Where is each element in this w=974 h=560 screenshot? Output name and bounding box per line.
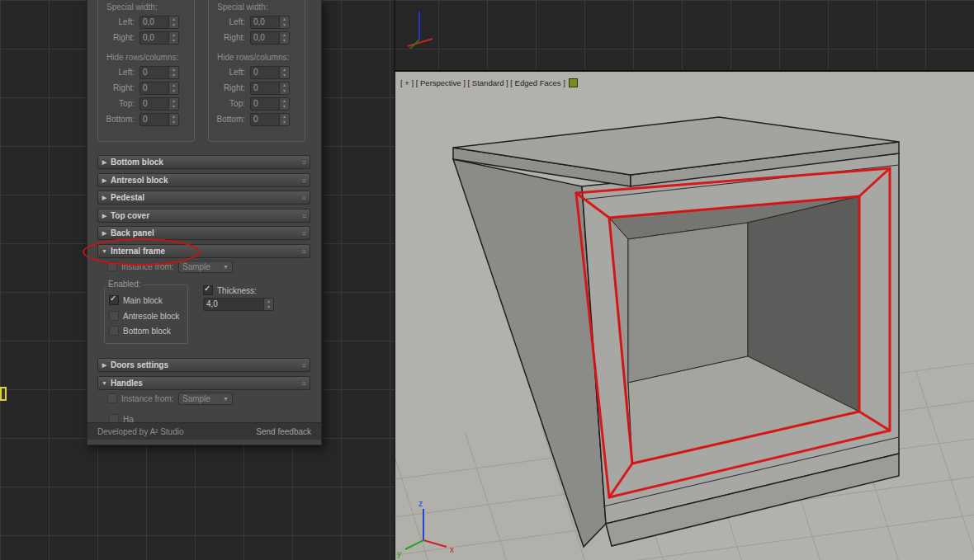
hide-bottom-spinner[interactable]: 0 ▴▾: [139, 113, 179, 126]
chevron-right-icon: ▶: [98, 362, 111, 369]
spinner-value: 0: [251, 114, 279, 125]
group-subtitle: Hide rows/columns:: [217, 53, 305, 62]
drag-grip-icon[interactable]: ≡: [302, 194, 306, 202]
rollout-antresol-block[interactable]: ▶ Antresol block ≡: [97, 173, 310, 187]
special-width-group-left: Special width: Left: 0,0 ▴▾ Right: 0,0 ▴…: [97, 0, 195, 142]
field-row: Right: 0,0 ▴▾: [98, 30, 194, 45]
group-subtitle: Hide rows/columns:: [106, 53, 194, 62]
checkbox-label: Main block: [123, 296, 163, 305]
edged-faces-color-swatch[interactable]: [569, 78, 578, 87]
spinner-value: 0: [251, 98, 279, 110]
viewport-label-text[interactable]: [ + ] [ Perspective ] [ Standard ] [ Edg…: [400, 78, 565, 87]
rollout-label: Antresol block: [111, 176, 168, 185]
axis-z-label: z: [418, 499, 423, 508]
instance-from-checkbox[interactable]: [107, 261, 117, 271]
main-block-checkbox[interactable]: [109, 295, 119, 305]
spinner-arrows-icon[interactable]: ▴▾: [168, 67, 178, 78]
field-row: Top: 0 ▴▾: [98, 96, 194, 111]
spinner-arrows-icon[interactable]: ▴▾: [168, 98, 178, 110]
rollout-label: Internal frame: [111, 247, 165, 256]
spinner-value: 0,0: [251, 16, 279, 28]
spinner-arrows-icon[interactable]: ▴▾: [168, 82, 178, 94]
drag-grip-icon[interactable]: ≡: [302, 379, 306, 388]
spinner-arrows-icon[interactable]: ▴▾: [279, 32, 289, 44]
spinner-arrows-icon[interactable]: ▴▾: [168, 16, 178, 28]
spinner-value: 0: [251, 82, 279, 94]
spinner-arrows-icon[interactable]: ▴▾: [279, 98, 289, 110]
spinner-value: 0: [251, 67, 279, 78]
spinner-value: 0,0: [140, 32, 168, 44]
hide-right-spinner[interactable]: 0 ▴▾: [139, 82, 179, 95]
spinner-arrows-icon[interactable]: ▴▾: [279, 114, 289, 125]
rollout-back-panel[interactable]: ▶ Back panel ≡: [97, 226, 310, 240]
axis-y-label: y: [397, 549, 401, 558]
rollout-doors-settings[interactable]: ▶ Doors settings ≡: [97, 358, 310, 372]
right-width-spinner[interactable]: 0,0 ▴▾: [139, 31, 179, 45]
rollout-pedestal[interactable]: ▶ Pedestal ≡: [97, 191, 310, 205]
instance-from-dropdown[interactable]: Sample ▼: [178, 261, 233, 273]
chevron-right-icon: ▶: [98, 230, 111, 237]
left-width-spinner[interactable]: 0,0 ▴▾: [139, 16, 179, 29]
thickness-checkbox[interactable]: [203, 285, 213, 295]
spinner-arrows-icon[interactable]: ▴▾: [168, 32, 178, 44]
left-width-spinner[interactable]: 0,0 ▴▾: [250, 16, 290, 29]
rollout-bottom-block[interactable]: ▶ Bottom block ≡: [97, 155, 310, 169]
group-title: Special width:: [217, 2, 305, 12]
right-width-spinner[interactable]: 0,0 ▴▾: [250, 31, 290, 45]
instance-from-dropdown[interactable]: Sample ▼: [178, 393, 233, 405]
checkbox-label: Bottom block: [123, 327, 171, 336]
antresole-block-option: Antresole block: [109, 311, 179, 321]
spinner-value: 0: [140, 82, 168, 94]
rollout-handles[interactable]: ▼ Handles ≡: [97, 376, 310, 390]
spinner-arrows-icon[interactable]: ▴▾: [263, 299, 273, 310]
hide-right-spinner[interactable]: 0 ▴▾: [250, 82, 290, 95]
rollout-label: Bottom block: [111, 158, 163, 167]
spinner-arrows-icon[interactable]: ▴▾: [279, 16, 289, 28]
rollout-internal-frame[interactable]: ▼ Internal frame ≡: [97, 244, 310, 258]
field-label: Left:: [215, 17, 245, 26]
drag-grip-icon[interactable]: ≡: [302, 212, 306, 220]
drag-grip-icon[interactable]: ≡: [302, 247, 306, 256]
field-label: Top:: [105, 99, 135, 108]
chevron-down-icon: ▼: [223, 264, 229, 270]
chevron-right-icon: ▶: [98, 159, 111, 166]
field-row: Right: 0,0 ▴▾: [209, 30, 305, 45]
hide-left-spinner[interactable]: 0 ▴▾: [139, 66, 179, 79]
thickness-spinner[interactable]: 4,0 ▴▾: [203, 298, 274, 311]
field-label: Right:: [105, 83, 135, 92]
spinner-arrows-icon[interactable]: ▴▾: [279, 82, 289, 94]
viewport-label[interactable]: [ + ] [ Perspective ] [ Standard ] [ Edg…: [400, 78, 578, 87]
dropdown-value: Sample: [182, 394, 210, 403]
send-feedback-link[interactable]: Send feedback: [256, 427, 311, 436]
chevron-right-icon: ▶: [98, 195, 111, 201]
field-label: Top:: [215, 99, 245, 108]
instance-from-row: Instance from:: [107, 393, 173, 403]
spinner-arrows-icon[interactable]: ▴▾: [168, 114, 178, 125]
field-row: Bottom: 0 ▴▾: [209, 111, 305, 127]
edge-ui-fragment: [0, 387, 7, 401]
instance-from-checkbox[interactable]: [107, 393, 117, 403]
hide-top-spinner[interactable]: 0 ▴▾: [139, 97, 179, 111]
drag-grip-icon[interactable]: ≡: [302, 361, 306, 369]
hide-left-spinner[interactable]: 0 ▴▾: [250, 66, 290, 79]
spinner-value: 0,0: [140, 16, 168, 28]
field-row: Left: 0,0 ▴▾: [98, 14, 194, 30]
drag-grip-icon[interactable]: ≡: [302, 229, 306, 238]
perspective-viewport[interactable]: [ + ] [ Perspective ] [ Standard ] [ Edg…: [395, 70, 974, 560]
antresole-block-checkbox[interactable]: [109, 311, 119, 321]
field-row: Top: 0 ▴▾: [209, 96, 305, 111]
field-label: Right:: [215, 83, 245, 92]
drag-grip-icon[interactable]: ≡: [302, 158, 306, 167]
rollout-top-cover[interactable]: ▶ Top cover ≡: [97, 209, 310, 223]
special-width-group-right: Special width: Left: 0,0 ▴▾ Right: 0,0 ▴…: [208, 0, 305, 142]
interior-back-wall: [628, 223, 748, 383]
hide-top-spinner[interactable]: 0 ▴▾: [250, 97, 290, 111]
drag-grip-icon[interactable]: ≡: [302, 176, 306, 185]
bottom-block-option: Bottom block: [109, 326, 171, 336]
bottom-block-checkbox[interactable]: [109, 326, 119, 336]
group-title: Special width:: [106, 2, 194, 12]
chevron-right-icon: ▶: [98, 213, 111, 219]
hide-bottom-spinner[interactable]: 0 ▴▾: [250, 113, 290, 126]
spinner-arrows-icon[interactable]: ▴▾: [279, 67, 289, 78]
instance-from-label: Instance from:: [121, 262, 173, 271]
